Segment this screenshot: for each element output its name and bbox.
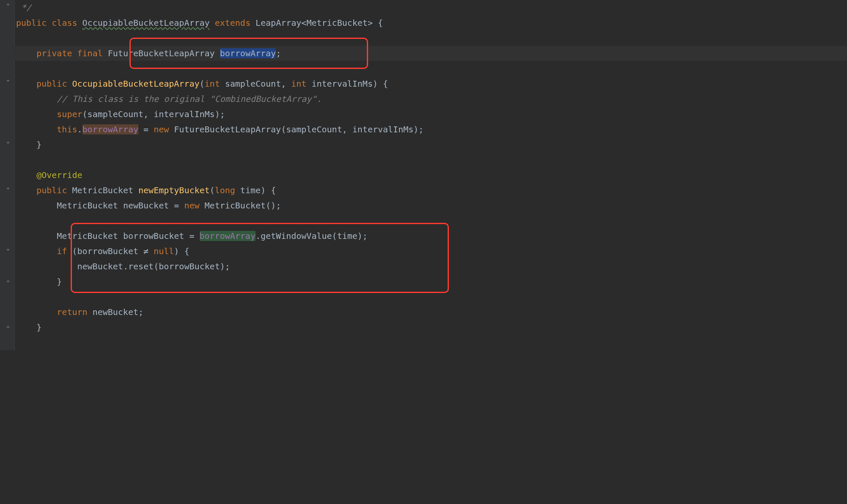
class-name: MetricBucket [57,231,118,241]
fold-icon[interactable] [6,324,10,329]
comment-end: */ [16,3,31,13]
code-line[interactable] [14,335,847,350]
class-name: MetricBucket [72,185,133,195]
code-line[interactable]: return newBucket; [14,304,847,320]
code-editor[interactable]: */public class OccupiableBucketLeapArray… [0,0,847,350]
code-line[interactable] [14,213,847,228]
fold-icon[interactable] [6,279,10,283]
code-line[interactable]: super(sampleCount, intervalInMs); [14,107,847,122]
code-line[interactable]: if (borrowBucket ≠ null) { [14,244,847,259]
code-line[interactable]: // This class is the original "CombinedB… [14,91,847,107]
variable: newBucket [93,307,138,317]
fold-icon[interactable] [6,79,10,83]
brace-open: { [184,246,189,256]
paren-open: ( [200,79,205,89]
not-equals-operator: ≠ [143,246,148,256]
parameter: intervalInMs [311,79,373,89]
paren-close: ) [413,124,418,134]
class-name: FutureBucketLeapArray [174,124,281,134]
semicolon: ; [276,48,281,58]
method-name: newEmptyBucket [138,185,210,195]
argument: intervalInMs [154,109,215,119]
keyword-this: this [57,124,77,134]
keyword-final: final [77,48,103,58]
fold-icon[interactable] [6,186,10,191]
keyword-new: new [184,200,199,211]
code-line[interactable]: } [14,137,847,152]
class-name: MetricBucket [205,200,266,211]
argument: borrowBucket [159,261,220,271]
keyword-private: private [36,48,72,58]
class-name: MetricBucket [306,18,368,28]
comma: , [281,79,286,89]
equals: = [138,124,154,134]
class-name: MetricBucket [57,200,118,211]
code-line[interactable]: public MetricBucket newEmptyBucket(long … [14,183,847,198]
brace-open: { [271,185,276,195]
field-reference: borrowArray [82,124,138,134]
semicolon: ; [418,124,424,134]
keyword-super: super [57,109,82,119]
code-line[interactable] [14,289,847,304]
keyword-public: public [36,79,67,89]
code-line[interactable]: @Override [14,167,847,183]
code-line[interactable]: public OccupiableBucketLeapArray(int sam… [14,76,847,91]
fold-icon[interactable] [6,248,10,252]
variable: borrowBucket [123,231,184,241]
code-line[interactable]: newBucket.reset(borrowBucket); [14,259,847,274]
paren-close: ) [271,200,276,211]
comma: , [143,109,148,119]
code-line[interactable]: public class OccupiableBucketLeapArray e… [14,15,847,30]
code-line[interactable]: MetricBucket newBucket = new MetricBucke… [14,198,847,213]
brace-close: } [57,277,62,287]
semicolon: ; [220,109,225,119]
fold-icon[interactable] [6,3,10,7]
code-line[interactable]: MetricBucket borrowBucket = borrowArray.… [14,228,847,244]
code-line[interactable]: } [14,320,847,335]
parameter: time [240,185,261,195]
paren-open: ( [281,124,286,134]
code-line[interactable]: */ [14,0,847,15]
code-line[interactable]: private final FutureBucketLeapArray borr… [14,46,847,61]
paren-open: ( [154,261,159,271]
class-name: LeapArray [256,18,301,28]
keyword-int: int [291,79,306,89]
code-area[interactable]: */public class OccupiableBucketLeapArray… [14,0,847,350]
semicolon: ; [276,200,281,211]
paren-close: ) [358,231,363,241]
keyword-new: new [154,124,169,134]
argument: intervalInMs [352,124,414,134]
fold-icon[interactable] [6,140,10,144]
keyword-long: long [215,185,235,195]
code-line[interactable] [14,30,847,46]
keyword-public: public [36,185,67,195]
semicolon: ; [138,307,143,317]
paren-close: ) [261,185,266,195]
dot: . [123,261,128,271]
dot: . [256,231,261,241]
parameter: sampleCount [225,79,281,89]
code-line[interactable]: } [14,274,847,289]
paren-close: ) [220,261,225,271]
argument: time [337,231,358,241]
code-line[interactable] [14,61,847,76]
brace-close: } [36,140,41,150]
annotation: @Override [36,170,82,180]
code-line[interactable]: this.borrowArray = new FutureBucketLeapA… [14,122,847,137]
keyword-if: if [57,246,67,256]
paren-close: ) [174,246,179,256]
constructor-name: OccupiableBucketLeapArray [72,79,199,89]
equals: = [184,231,199,241]
keyword-public: public [16,18,47,28]
field-reference: borrowArray [200,231,256,241]
keyword-extends: extends [215,18,250,28]
keyword-class: class [52,18,77,28]
comma: , [342,124,347,134]
class-name: FutureBucketLeapArray [108,48,215,58]
paren-open: ( [210,185,215,195]
code-line[interactable] [14,152,847,167]
paren-close: ) [373,79,378,89]
argument: sampleCount [286,124,342,134]
comment: // This class is the original "CombinedB… [57,94,322,104]
method-call: getWindowValue [261,231,332,241]
